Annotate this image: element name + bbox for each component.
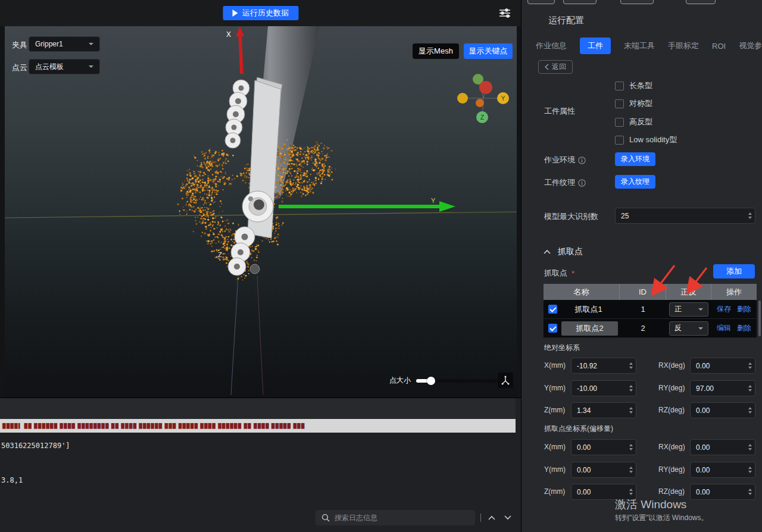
record-texture-button[interactable]: 录入纹理 <box>615 175 655 189</box>
add-grab-point-button[interactable]: 添加 <box>713 264 755 278</box>
abs-y-input[interactable]: -10.00 <box>571 380 636 396</box>
step-down-icon[interactable] <box>629 471 633 473</box>
show-keypoints-button[interactable]: 显示关键点 <box>464 43 513 59</box>
log-search-input[interactable] <box>335 514 460 522</box>
search-prev-button[interactable] <box>486 512 497 523</box>
step-up-icon[interactable] <box>748 212 752 215</box>
row1-direction-select[interactable]: 正 <box>669 302 708 317</box>
run-history-button[interactable]: 运行历史数据 <box>223 6 298 20</box>
step-down-icon[interactable] <box>748 411 752 414</box>
off-y-input[interactable]: 0.00 <box>571 462 636 478</box>
step-down-icon[interactable] <box>748 448 752 450</box>
point-size-slider[interactable] <box>416 379 501 383</box>
step-up-icon[interactable] <box>629 489 633 491</box>
stepper[interactable] <box>745 462 755 477</box>
stepper[interactable] <box>626 381 636 396</box>
stepper[interactable] <box>626 403 636 418</box>
step-up-icon[interactable] <box>629 467 633 469</box>
tab-vision-params[interactable]: 视觉参数 <box>739 37 762 54</box>
max-count-input[interactable]: 25 <box>615 208 755 224</box>
step-down-icon[interactable] <box>748 471 752 473</box>
off-x-input[interactable]: 0.00 <box>571 439 636 455</box>
stepper[interactable] <box>626 462 636 477</box>
step-down-icon[interactable] <box>748 367 752 369</box>
search-next-button[interactable] <box>502 512 513 523</box>
step-down-icon[interactable] <box>629 367 633 369</box>
abs-ry-input[interactable]: 97.00 <box>690 380 755 396</box>
step-down-icon[interactable] <box>748 389 752 392</box>
gizmo-z-label: Z <box>480 114 484 121</box>
stepper[interactable] <box>745 381 755 396</box>
env-label-text: 作业环境 <box>544 155 575 165</box>
abs-z-input[interactable]: 1.34 <box>571 402 636 418</box>
step-up-icon[interactable] <box>748 385 752 387</box>
step-down-icon[interactable] <box>629 448 633 450</box>
tab-hand-eye-calib[interactable]: 手眼标定 <box>668 37 699 54</box>
cutoff-button[interactable] <box>563 0 597 4</box>
checkbox-reflective[interactable] <box>615 118 624 127</box>
off-rz-input[interactable]: 0.00 <box>690 484 755 500</box>
step-down-icon[interactable] <box>629 411 633 414</box>
off-ry-input[interactable]: 0.00 <box>690 462 755 478</box>
step-up-icon[interactable] <box>748 362 752 365</box>
slider-knob[interactable] <box>427 377 435 385</box>
row2-checkbox[interactable] <box>548 324 557 333</box>
row1-delete-link[interactable]: 删除 <box>737 304 751 314</box>
tab-job-info[interactable]: 作业信息 <box>536 37 567 54</box>
back-button[interactable]: 返回 <box>538 60 573 74</box>
step-down-icon[interactable] <box>629 389 633 392</box>
step-up-icon[interactable] <box>629 385 633 387</box>
abs-rx-label: RX(deg) <box>658 361 685 370</box>
checkbox-symmetric[interactable] <box>615 99 624 108</box>
orientation-gizmo[interactable]: Y Z <box>457 74 509 123</box>
checkbox-long[interactable] <box>615 82 624 90</box>
step-down-icon[interactable] <box>748 217 752 219</box>
cutoff-button[interactable] <box>686 0 716 4</box>
show-mesh-button[interactable]: 显示Mesh <box>413 43 459 59</box>
step-up-icon[interactable] <box>748 444 752 446</box>
abs-x-input[interactable]: -10.92 <box>571 358 636 374</box>
stepper[interactable] <box>745 440 755 455</box>
stepper[interactable] <box>626 358 636 373</box>
display-filter-button[interactable] <box>498 7 512 20</box>
step-up-icon[interactable] <box>629 444 633 446</box>
scrollbar-thumb[interactable] <box>758 301 761 336</box>
stepper[interactable] <box>745 208 755 223</box>
step-down-icon[interactable] <box>629 493 633 495</box>
tab-end-tool[interactable]: 末端工具 <box>624 37 655 54</box>
log-search-bar[interactable] <box>316 510 475 525</box>
record-env-button[interactable]: 录入环境 <box>615 152 655 166</box>
row1-checkbox[interactable] <box>548 305 557 314</box>
stepper[interactable] <box>626 440 636 455</box>
row2-edit-link[interactable]: 编辑 <box>717 323 731 333</box>
tab-roi[interactable]: ROI <box>712 39 726 54</box>
step-up-icon[interactable] <box>748 407 752 409</box>
row2-direction-select[interactable]: 反 <box>669 321 708 336</box>
stepper[interactable] <box>745 484 755 499</box>
cutoff-button[interactable] <box>620 0 654 4</box>
pointcloud-select[interactable]: 点云模板 <box>29 59 100 74</box>
abs-x-label: X(mm) <box>544 361 566 370</box>
cutoff-button[interactable] <box>527 0 555 4</box>
row2-name[interactable]: 抓取点2 <box>561 321 618 336</box>
stepper[interactable] <box>745 358 755 373</box>
fixture-select[interactable]: Gripper1 <box>29 36 100 52</box>
step-up-icon[interactable] <box>748 489 752 491</box>
grab-section-header[interactable]: 抓取点 <box>544 246 583 257</box>
step-up-icon[interactable] <box>629 407 633 409</box>
step-down-icon[interactable] <box>748 493 752 495</box>
row1-name[interactable]: 抓取点1 <box>557 304 620 315</box>
row1-save-link[interactable]: 保存 <box>717 304 731 314</box>
abs-rx-input[interactable]: 0.00 <box>690 358 755 374</box>
row2-delete-link[interactable]: 删除 <box>737 323 751 333</box>
stepper[interactable] <box>745 403 755 418</box>
abs-rz-input[interactable]: 0.00 <box>690 402 755 418</box>
checkbox-low-solidity[interactable] <box>615 136 624 145</box>
tab-workpiece[interactable]: 工件 <box>580 37 611 54</box>
off-rx-input[interactable]: 0.00 <box>690 439 755 455</box>
3d-viewport[interactable]: X Y Z Y Z <box>5 26 517 398</box>
step-up-icon[interactable] <box>629 362 633 365</box>
log-line-highlighted[interactable]: ████▌ ██ ██████ ████ ████████ ██ ████ ██… <box>0 419 516 433</box>
axes-tool-button[interactable] <box>498 373 513 388</box>
step-up-icon[interactable] <box>748 467 752 469</box>
